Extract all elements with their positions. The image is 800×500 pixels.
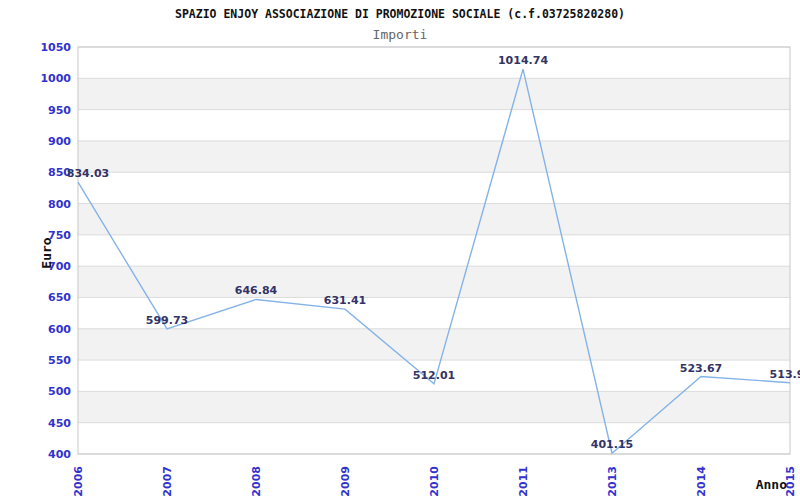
plot-band bbox=[78, 78, 790, 109]
data-point-label: 631.41 bbox=[324, 294, 366, 307]
data-point-label: 599.73 bbox=[146, 314, 188, 327]
data-point-label: 401.15 bbox=[591, 438, 633, 451]
plot-band bbox=[78, 266, 790, 297]
x-tick-label: 2010 bbox=[428, 466, 441, 497]
x-axis-title: Anno bbox=[756, 477, 787, 492]
data-point-label: 1014.74 bbox=[498, 54, 548, 67]
x-tick-label: 2007 bbox=[161, 466, 174, 497]
x-tick-label: 2013 bbox=[606, 466, 619, 497]
x-tick-label: 2011 bbox=[517, 466, 530, 497]
y-tick-label: 550 bbox=[48, 354, 71, 367]
y-tick-label: 900 bbox=[48, 135, 71, 148]
y-tick-label: 1000 bbox=[40, 72, 71, 85]
plot-band bbox=[78, 141, 790, 172]
y-tick-label: 500 bbox=[48, 385, 71, 398]
data-point-label: 523.67 bbox=[680, 362, 722, 375]
y-tick-label: 450 bbox=[48, 417, 71, 430]
plot-band bbox=[78, 204, 790, 235]
y-tick-label: 600 bbox=[48, 323, 71, 336]
y-tick-label: 650 bbox=[48, 291, 71, 304]
data-point-label: 834.03 bbox=[67, 167, 109, 180]
line-plot: 4004505005506006507007508008509009501000… bbox=[0, 0, 800, 500]
plot-band bbox=[78, 329, 790, 360]
y-axis-title: Euro bbox=[39, 237, 54, 268]
chart-canvas: SPAZIO ENJOY ASSOCIAZIONE DI PROMOZIONE … bbox=[0, 0, 800, 500]
x-tick-label: 2008 bbox=[250, 466, 263, 497]
x-tick-label: 2006 bbox=[72, 466, 85, 497]
data-point-label: 512.01 bbox=[413, 369, 455, 382]
x-tick-label: 2009 bbox=[339, 466, 352, 497]
y-tick-label: 1050 bbox=[40, 41, 71, 54]
y-tick-label: 400 bbox=[48, 448, 71, 461]
y-tick-label: 800 bbox=[48, 198, 71, 211]
data-point-label: 646.84 bbox=[235, 284, 278, 297]
data-point-label: 513.9 bbox=[770, 368, 800, 381]
x-tick-label: 2014 bbox=[695, 466, 708, 497]
y-tick-label: 950 bbox=[48, 104, 71, 117]
plot-band bbox=[78, 391, 790, 422]
